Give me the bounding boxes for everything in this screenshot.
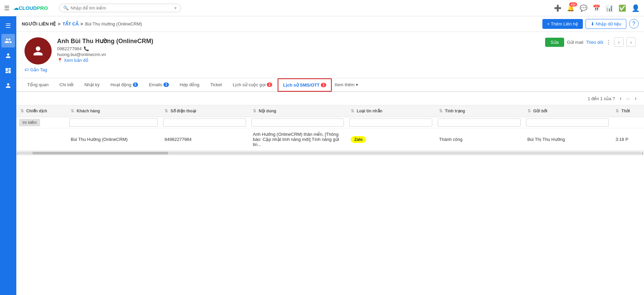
tab-sms-ott-badge: 1: [321, 83, 326, 87]
prev-contact-button[interactable]: ‹: [614, 37, 624, 47]
profile-header: Anh Bùi Thu Hường (OnlineCRM) 0982277984…: [24, 37, 636, 64]
search-khach-hang-cell: [67, 117, 160, 128]
tab-emails[interactable]: Emails 3: [143, 78, 174, 92]
hamburger-menu[interactable]: ☰: [4, 4, 10, 12]
search-noi-dung-input[interactable]: [251, 118, 344, 127]
sidebar-item-menu[interactable]: ☰: [1, 19, 15, 33]
help-button[interactable]: ?: [629, 19, 639, 29]
scrollbar-track[interactable]: [19, 152, 642, 154]
col-khach-hang: ⇅ Khách hàng: [67, 105, 160, 117]
scrollbar-thumb[interactable]: [32, 152, 168, 154]
sort-icon: ⇅: [439, 109, 442, 113]
tab-lich-su-cuoc-goi[interactable]: Lịch sử cuộc gọi 2: [227, 78, 278, 92]
pagination-prev-button[interactable]: ‹: [618, 95, 624, 102]
sort-icon: ⇅: [253, 109, 256, 113]
import-data-button[interactable]: ⬇ Nhập dữ liệu: [586, 19, 626, 29]
nav-icons: ➕ 🔔 422 💬 📅 📊 ✅ 👤: [554, 4, 640, 12]
col-noi-dung: ⇅ Nội dung: [249, 105, 347, 117]
sort-icon: ⇅: [71, 109, 74, 113]
profile-phone: 0982277984 📞: [57, 46, 540, 51]
cell-tinh-trang: Thành công: [435, 128, 523, 151]
breadcrumb-all[interactable]: Tất cả: [63, 21, 79, 26]
sidebar-item-contacts-group[interactable]: [1, 34, 15, 48]
tab-lich-su-sms-ott[interactable]: Lịch sử SMS/OTT 1: [278, 78, 332, 92]
sort-icon: ⇅: [164, 109, 168, 113]
col-thoi: ⇅ Thời: [611, 105, 644, 117]
search-input[interactable]: [71, 5, 172, 11]
edit-button[interactable]: Sửa: [545, 38, 564, 47]
col-loai-tin-nhan: ⇅ Loại tin nhắn: [347, 105, 435, 117]
tab-xem-them[interactable]: Xem thêm ▾: [332, 78, 361, 91]
search-khach-hang-input[interactable]: [69, 118, 158, 127]
table-toolbar: 1 đến 1 của ? ‹ ··· ›: [16, 92, 644, 105]
search-chien-dich-cell: ìm kiếm: [16, 117, 67, 128]
search-icon: 🔍: [63, 5, 69, 11]
horizontal-scrollbar[interactable]: ‹ ›: [16, 151, 644, 155]
search-so-dien-thoai-input[interactable]: [163, 118, 246, 127]
sort-icon: ⇅: [20, 109, 24, 113]
tag-icon: 🏷: [24, 67, 29, 72]
breadcrumb-actions: + Thêm Liên hệ ⬇ Nhập dữ liệu ?: [542, 19, 639, 29]
tab-hoat-dong[interactable]: Hoạt động 5: [105, 78, 143, 92]
sidebar-item-dashboard[interactable]: [1, 64, 15, 77]
search-gui-boi-input[interactable]: [526, 118, 609, 127]
notification-icon[interactable]: 🔔 422: [567, 4, 574, 12]
avatar: [24, 37, 52, 64]
chevron-down-icon: ▾: [356, 82, 358, 87]
tab-hoat-dong-badge: 5: [133, 82, 138, 87]
add-contact-button[interactable]: + Thêm Liên hệ: [542, 19, 583, 29]
table-row: Bùi Thu Hường (OnlineCRM) 84982277984 An…: [16, 128, 644, 151]
profile-info: Anh Bùi Thu Hường (OnlineCRM) 0982277984…: [57, 37, 540, 63]
col-gui-boi: ⇅ Gửi bởi: [523, 105, 612, 117]
sort-icon: ⇅: [615, 109, 619, 113]
search-button[interactable]: ìm kiếm: [19, 119, 40, 126]
profile-section: Anh Bùi Thu Hường (OnlineCRM) 0982277984…: [16, 32, 644, 78]
next-contact-button[interactable]: ›: [626, 37, 636, 47]
tab-chi-tiet[interactable]: Chi tiết: [54, 78, 79, 92]
profile-actions: Sửa Gửi mail Theo dõi ⋮ ‹ ›: [545, 37, 636, 47]
table-header-row: ⇅ Chiến dịch ⇅ Khách hàng ⇅ Số điện thoạ…: [16, 105, 644, 117]
search-tinh-trang-input[interactable]: [438, 118, 521, 127]
breadcrumb-bar: NGƯỜI LIÊN HỆ > Tất cả > Bùi Thu Hường (…: [16, 16, 644, 32]
pagination-dots[interactable]: ···: [626, 96, 630, 101]
pagination-next-button[interactable]: ›: [633, 95, 639, 102]
tab-hop-dong[interactable]: Hợp đồng: [174, 78, 205, 92]
notification-badge: 422: [569, 2, 577, 6]
add-tag-link[interactable]: 🏷 Gắn Tag: [24, 67, 636, 72]
search-loai-tin-nhan-input[interactable]: [349, 118, 432, 127]
profile-location[interactable]: 📍 Xem bản đồ: [57, 58, 540, 63]
table-section: 1 đến 1 của ? ‹ ··· › ⇅ Chiến dịch ⇅ Kh: [16, 92, 644, 295]
tab-ticket[interactable]: Ticket: [205, 78, 227, 92]
search-so-dien-thoai-cell: [160, 117, 249, 128]
sidebar-item-person[interactable]: [1, 49, 15, 62]
calendar-icon[interactable]: 📅: [593, 4, 600, 12]
more-options-button[interactable]: ⋮: [606, 39, 611, 45]
follow-button[interactable]: Theo dõi: [586, 40, 603, 45]
cell-noi-dung: Anh Hướng (OnlineCRM) thân mến, [Thông b…: [249, 128, 347, 151]
content-area: NGƯỜI LIÊN HỆ > Tất cả > Bùi Thu Hường (…: [16, 16, 644, 295]
breadcrumb-root: NGƯỜI LIÊN HỆ: [22, 21, 56, 26]
tab-emails-badge: 3: [163, 82, 169, 87]
chart-icon[interactable]: 📊: [606, 4, 613, 12]
search-loai-tin-nhan-cell: [347, 117, 435, 128]
add-icon[interactable]: ➕: [554, 4, 561, 12]
pagination-info: 1 đến 1 của ?: [588, 96, 615, 101]
tasks-icon[interactable]: ✅: [619, 4, 626, 12]
search-bar: 🔍 ▾: [59, 4, 181, 12]
breadcrumb-sep2: >: [81, 21, 83, 26]
main-layout: ☰ NGƯỜI LIÊN HỆ > Tất cả > Bùi Thu Hường…: [0, 16, 644, 295]
search-thoi-cell: [611, 117, 644, 128]
scroll-right-button[interactable]: ›: [642, 150, 643, 156]
search-tinh-trang-cell: [435, 117, 523, 128]
scroll-left-button[interactable]: ‹: [17, 150, 19, 156]
message-icon[interactable]: 💬: [580, 4, 587, 12]
tab-tong-quan[interactable]: Tổng quan: [22, 78, 54, 92]
user-icon[interactable]: 👤: [631, 4, 640, 12]
chevron-down-icon: ▾: [174, 5, 177, 11]
zalo-badge: Zalo: [351, 136, 366, 143]
sidebar-item-user[interactable]: [1, 79, 15, 92]
cell-gui-boi: Bùi Thị Thu Hường: [523, 128, 612, 151]
tab-nhat-ky[interactable]: Nhật ký: [79, 78, 105, 92]
col-chien-dich: ⇅ Chiến dịch: [16, 105, 67, 117]
send-mail-button[interactable]: Gửi mail: [567, 40, 583, 45]
